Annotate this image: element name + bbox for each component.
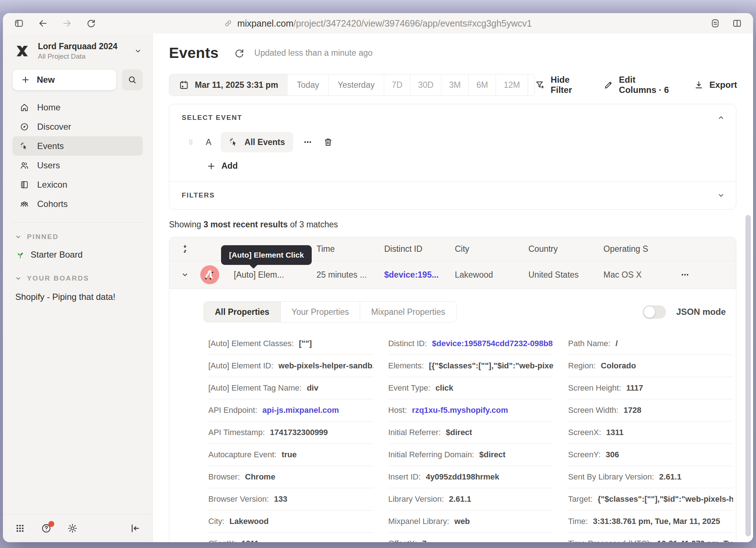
range-3m[interactable]: 3M: [441, 74, 468, 95]
plus-icon: [206, 161, 216, 171]
filter-plus-icon: [535, 80, 545, 90]
property-grid: [Auto] Element Classes:[""][Auto] Elemen…: [208, 333, 727, 542]
filters-label: FILTERS: [182, 191, 215, 199]
json-mode-toggle[interactable]: [643, 305, 666, 319]
property-value[interactable]: $device:1958754cdd7232-098b89...: [432, 339, 553, 348]
search-button[interactable]: [122, 69, 143, 90]
cursor-spark-icon: [229, 137, 239, 147]
column-header[interactable]: Country: [528, 244, 603, 254]
sidebar-item-home[interactable]: Home: [12, 98, 143, 117]
hide-filter-label: Hide Filter: [551, 75, 584, 95]
property-value: $direct: [479, 450, 505, 459]
range-yesterday[interactable]: Yesterday: [328, 74, 383, 95]
selected-date: Mar 11, 2025 3:31 pm: [195, 80, 278, 90]
property-column-2: Distinct ID:$device:1958754cdd7232-098b8…: [388, 333, 553, 542]
edit-columns-button[interactable]: Edit Columns · 6: [603, 75, 675, 95]
cell-city: Lakewood: [455, 270, 528, 280]
export-label: Export: [709, 80, 737, 90]
tab-your-properties[interactable]: Your Properties: [280, 302, 360, 322]
sidebar-toggle-icon[interactable]: [14, 18, 24, 28]
sidebar-item-lexicon[interactable]: Lexicon: [12, 175, 143, 194]
filters-section[interactable]: FILTERS: [169, 181, 736, 209]
vertical-scrollbar[interactable]: [745, 215, 751, 536]
property-value[interactable]: api-js.mixpanel.com: [263, 406, 339, 415]
column-header[interactable]: Operating S: [603, 244, 672, 254]
tab-mixpanel-properties[interactable]: Mixpanel Properties: [360, 302, 456, 322]
notification-dot: [48, 521, 54, 527]
chevron-up-icon[interactable]: [717, 114, 725, 122]
event-selector-chip[interactable]: All Events: [221, 132, 293, 152]
sidebar-item-users[interactable]: Users: [12, 156, 143, 175]
property-label: API Endpoint:: [208, 406, 257, 415]
property-insert-id: Insert ID:4y095zdd198hrmek: [388, 466, 553, 488]
column-header[interactable]: Time: [316, 244, 384, 254]
refresh-icon[interactable]: [234, 48, 245, 59]
new-button[interactable]: New: [12, 69, 117, 90]
range-7d[interactable]: 7D: [384, 74, 410, 95]
property-value: true: [281, 450, 297, 459]
property-value: web: [454, 517, 470, 526]
range-today[interactable]: Today: [288, 74, 328, 95]
property-value[interactable]: rzq1xu-f5.myshopify.com: [412, 406, 508, 415]
collapse-rows-icon[interactable]: [180, 244, 190, 254]
property-value: 1117: [626, 383, 643, 393]
gear-icon[interactable]: [67, 523, 78, 534]
add-label: Add: [221, 161, 238, 171]
sidebar-item-cohorts[interactable]: Cohorts: [12, 194, 143, 214]
cohorts-icon: [20, 199, 29, 209]
reload-icon[interactable]: [86, 18, 96, 28]
property-value: Chrome: [245, 472, 275, 482]
property-label: Library Version:: [388, 494, 444, 504]
range-12m[interactable]: 12M: [496, 74, 528, 95]
property-target: Target:{"$classes":[""],"$id":"web-pixel…: [568, 488, 733, 510]
range-6m[interactable]: 6M: [468, 74, 496, 95]
property-initial-referring-domain: Initial Referring Domain:$direct: [388, 444, 553, 466]
event-avatar-icon: [200, 265, 219, 284]
url-bar[interactable]: mixpanel.com/project/3472420/view/397469…: [224, 13, 532, 34]
drag-handle-icon[interactable]: [187, 138, 195, 146]
split-view-icon[interactable]: [732, 18, 742, 28]
collapse-sidebar-icon[interactable]: [130, 523, 141, 534]
forward-arrow-icon[interactable]: [62, 18, 72, 28]
project-switcher[interactable]: Lord Farquaad 2024 All Project Data: [3, 39, 152, 60]
sidebar-item-events[interactable]: Events: [12, 136, 143, 156]
range-30d[interactable]: 30D: [410, 74, 441, 95]
column-header[interactable]: City: [455, 244, 528, 254]
tab-all-properties[interactable]: All Properties: [204, 302, 280, 322]
property-value: 1728: [623, 406, 641, 415]
event-details-panel: All Properties Your Properties Mixpanel …: [169, 289, 736, 542]
help-button[interactable]: [41, 523, 52, 534]
export-button[interactable]: Export: [694, 80, 737, 90]
query-builder-card: SELECT EVENT A All Events Add: [169, 104, 736, 210]
property-label: Time Processed (UTC):: [568, 539, 652, 542]
date-picker[interactable]: Mar 11, 2025 3:31 pm: [169, 74, 288, 95]
trash-icon[interactable]: [323, 137, 333, 147]
board-item-shopify-piping-that-data[interactable]: Shopify - Piping that data!: [12, 288, 143, 306]
pinned-item-starter-board[interactable]: Starter Board: [12, 245, 143, 264]
sidebar-item-label: Events: [37, 141, 64, 151]
back-arrow-icon[interactable]: [38, 18, 48, 28]
more-options-icon[interactable]: [303, 137, 313, 147]
property-value: 10:31:41.070 pm, Tue, ...: [657, 539, 733, 542]
row-more-icon[interactable]: [680, 270, 690, 280]
cell-country: United States: [528, 270, 603, 280]
add-event-button[interactable]: Add: [206, 161, 736, 171]
grid-icon[interactable]: [15, 523, 25, 534]
boards-section-header[interactable]: YOUR BOARDS: [12, 274, 143, 282]
sidebar-item-discover[interactable]: Discover: [12, 117, 143, 136]
property-label: OffsetX:: [388, 539, 417, 542]
customize-icon[interactable]: [710, 18, 720, 28]
pinned-section-header[interactable]: PINNED: [12, 233, 143, 241]
property-mixpanel-library: Mixpanel Library:web: [388, 510, 553, 533]
property-value: 4y095zdd198hrmek: [426, 472, 499, 482]
property-value: 1741732300999: [270, 428, 328, 437]
range-xtd[interactable]: XTD: [528, 74, 535, 95]
cell-distinct-id[interactable]: $device:195...: [384, 270, 455, 280]
property-time: Time:3:31:38.761 pm, Tue, Mar 11, 2025: [568, 510, 733, 533]
hide-filter-button[interactable]: Hide Filter: [535, 75, 584, 95]
chevron-down-icon[interactable]: [181, 271, 189, 279]
property-label: Screen Width:: [568, 406, 618, 415]
column-header[interactable]: Distinct ID: [384, 244, 455, 254]
property-label: Elements:: [388, 361, 424, 371]
select-event-label: SELECT EVENT: [182, 114, 242, 122]
